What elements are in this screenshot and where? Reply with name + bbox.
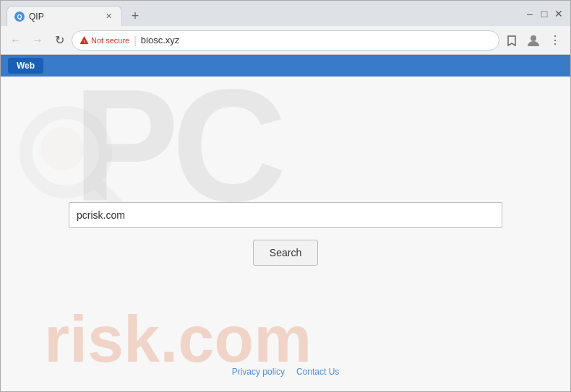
risk-watermark: risk.com (44, 302, 312, 377)
browser-tab[interactable]: QIP ✕ (7, 6, 122, 26)
url-bar[interactable]: ! Not secure | biosc.xyz (72, 30, 499, 51)
minimize-button[interactable]: – (524, 8, 536, 19)
svg-text:!: ! (84, 40, 85, 44)
url-separator: | (134, 35, 137, 46)
url-text: biosc.xyz (141, 35, 491, 45)
profile-icon[interactable] (524, 31, 543, 50)
window-controls: – □ ✕ (524, 8, 564, 19)
browser-window: QIP ✕ + – □ ✕ ← → ↻ ! Not secure | biosc… (0, 0, 571, 392)
tab-area: QIP ✕ + (7, 1, 518, 26)
footer-links: Privacy policy Contact Us (232, 367, 340, 377)
tab-close-button[interactable]: ✕ (103, 11, 114, 22)
svg-point-2 (531, 35, 536, 41)
svg-point-4 (40, 127, 84, 170)
page-content: PC risk.com Search Privacy policy Contac… (1, 77, 570, 391)
back-button[interactable]: ← (7, 31, 25, 50)
close-button[interactable]: ✕ (553, 8, 564, 19)
not-secure-indicator: ! Not secure (80, 35, 129, 45)
new-tab-button[interactable]: + (125, 6, 145, 26)
refresh-button[interactable]: ↻ (50, 31, 69, 50)
address-bar: ← → ↻ ! Not secure | biosc.xyz ⋮ (1, 26, 570, 55)
maximize-button[interactable]: □ (538, 8, 550, 19)
warning-triangle-icon: ! (80, 35, 89, 45)
search-button[interactable]: Search (253, 240, 318, 266)
bookmark-icon[interactable] (502, 31, 521, 50)
tab-title: QIP (29, 12, 98, 22)
svg-point-3 (26, 113, 106, 192)
magnifier-watermark (15, 102, 131, 217)
menu-icon[interactable]: ⋮ (546, 31, 564, 50)
forward-button[interactable]: → (28, 31, 47, 50)
search-input[interactable] (69, 202, 502, 228)
privacy-policy-link[interactable]: Privacy policy (232, 367, 285, 377)
contact-us-link[interactable]: Contact Us (296, 367, 339, 377)
not-secure-label: Not secure (91, 36, 129, 45)
tab-favicon (14, 12, 25, 22)
web-tab-button[interactable]: Web (8, 58, 43, 74)
web-tab-strip: Web (1, 55, 570, 77)
search-form: Search (69, 202, 502, 266)
search-input-wrap (69, 202, 502, 228)
menu-dots: ⋮ (549, 33, 561, 47)
title-bar: QIP ✕ + – □ ✕ (1, 1, 570, 26)
